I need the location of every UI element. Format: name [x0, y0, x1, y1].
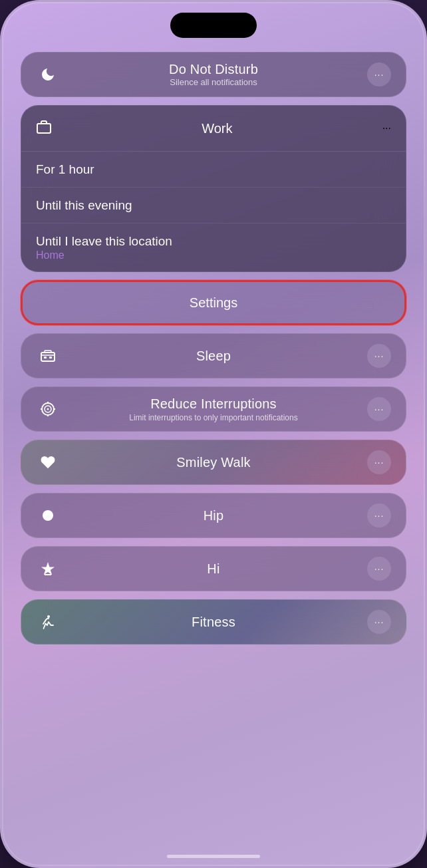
work-title: Work [52, 121, 382, 136]
sleep-more-button[interactable]: ··· [367, 344, 391, 368]
smiley-walk-title: Smiley Walk [60, 455, 367, 470]
phone-frame: Do Not Disturb Silence all notifications… [0, 0, 427, 868]
work-option-leave-location-label: Until I leave this location [36, 234, 391, 249]
work-option-1-hour-label: For 1 hour [36, 162, 391, 177]
work-icon [36, 119, 52, 138]
smiley-walk-more-button[interactable]: ··· [367, 450, 391, 474]
fitness-icon [36, 610, 60, 634]
fitness-more-button[interactable]: ··· [367, 610, 391, 634]
work-option-1-hour[interactable]: For 1 hour [21, 152, 406, 188]
reduce-interruptions-more-button[interactable]: ··· [367, 397, 391, 421]
dnd-title: Do Not Disturb [60, 62, 367, 77]
dynamic-island [170, 13, 257, 38]
svg-rect-0 [37, 124, 51, 133]
hip-icon [36, 504, 60, 527]
hi-item[interactable]: Hi ··· [21, 546, 406, 591]
moon-icon [36, 63, 60, 86]
reduce-interruptions-icon [36, 397, 60, 421]
reduce-interruptions-title: Reduce Interruptions [60, 396, 367, 412]
work-option-leave-location-sub: Home [36, 249, 391, 261]
hip-more-button[interactable]: ··· [367, 504, 391, 527]
svg-point-7 [47, 408, 49, 410]
screen-content: Do Not Disturb Silence all notifications… [2, 2, 425, 866]
work-option-leave-location[interactable]: Until I leave this location Home [21, 223, 406, 271]
reduce-interruptions-item[interactable]: Reduce Interruptions Limit interruptions… [21, 386, 406, 432]
hi-icon [36, 557, 60, 581]
smiley-walk-icon [36, 450, 60, 474]
dnd-more-button[interactable]: ··· [367, 63, 391, 86]
svg-rect-2 [41, 353, 55, 361]
work-option-this-evening[interactable]: Until this evening [21, 188, 406, 223]
hi-more-button[interactable]: ··· [367, 557, 391, 581]
work-more-button[interactable]: ··· [382, 122, 391, 134]
work-header: Work ··· [21, 106, 406, 151]
work-options: For 1 hour Until this evening Until I le… [21, 151, 406, 271]
sleep-icon [36, 344, 60, 368]
dnd-label-wrap: Do Not Disturb Silence all notifications [60, 62, 367, 87]
svg-point-12 [43, 510, 53, 521]
dnd-subtitle: Silence all notifications [60, 77, 367, 87]
settings-button[interactable]: Settings [21, 280, 406, 325]
reduce-interruptions-label-wrap: Reduce Interruptions Limit interruptions… [60, 396, 367, 422]
settings-label: Settings [190, 295, 237, 311]
smiley-walk-item[interactable]: Smiley Walk ··· [21, 440, 406, 485]
sleep-title: Sleep [60, 349, 367, 364]
svg-rect-3 [44, 357, 47, 359]
hi-title: Hi [60, 561, 367, 577]
sleep-item[interactable]: Sleep ··· [21, 333, 406, 378]
hip-item[interactable]: Hip ··· [21, 493, 406, 538]
home-indicator [167, 855, 260, 858]
do-not-disturb-item[interactable]: Do Not Disturb Silence all notifications… [21, 52, 406, 97]
fitness-item[interactable]: Fitness ··· [21, 599, 406, 645]
svg-rect-4 [49, 357, 52, 359]
hip-title: Hip [60, 508, 367, 523]
work-option-this-evening-label: Until this evening [36, 198, 391, 213]
svg-point-13 [47, 615, 50, 618]
work-block: Work ··· For 1 hour Until this evening U… [21, 105, 406, 272]
reduce-interruptions-subtitle: Limit interruptions to only important no… [60, 413, 367, 422]
fitness-title: Fitness [60, 615, 367, 630]
